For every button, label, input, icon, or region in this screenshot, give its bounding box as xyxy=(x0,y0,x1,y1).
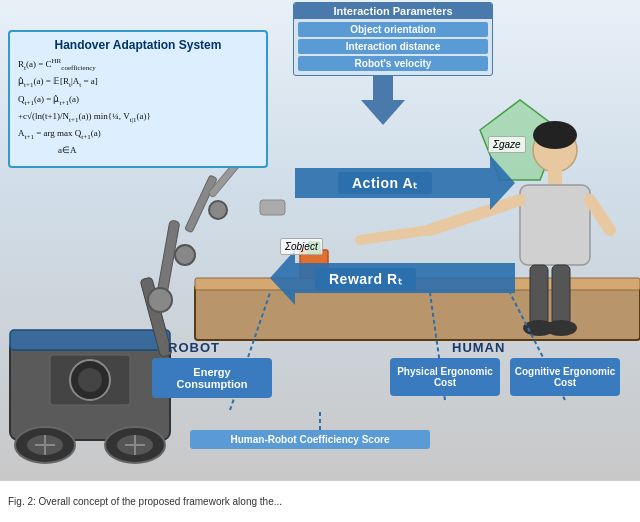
physical-ergonomic-box: Physical Ergonomic Cost xyxy=(390,358,500,396)
action-label: Action Aₜ xyxy=(338,172,432,194)
robot-label: ROBOT xyxy=(168,340,220,355)
formula-2: μ̂t+1(a) = 𝔼[Rt|At = a] xyxy=(18,75,258,90)
interaction-param-object-orientation: Object orientation xyxy=(298,22,488,37)
formula-1: Rt(a) = CHRcoefficiency xyxy=(18,56,258,73)
coefficiency-score-box: Human-Robot Coefficiency Score xyxy=(190,430,430,449)
reward-label: Reward Rₜ xyxy=(315,268,416,290)
caption-text: Fig. 2: Overall concept of the proposed … xyxy=(8,496,282,507)
interaction-params-title: Interaction Parameters xyxy=(294,3,492,19)
handover-title: Handover Adaptation System xyxy=(18,38,258,52)
human-label: HUMAN xyxy=(452,340,505,355)
handover-box: Handover Adaptation System Rt(a) = CHRco… xyxy=(8,30,268,168)
formula-3: Qt+1(a) = μ̂t+1(a) xyxy=(18,93,258,108)
interaction-param-distance: Interaction distance xyxy=(298,39,488,54)
formula-5: At+1 = arg max Qt+1(a) xyxy=(18,127,258,142)
formula-4: +c√(ln(t+1)/Nt+1(a)) min{¼, Vt|1(a)} xyxy=(18,110,258,125)
cognitive-ergonomic-box: Cognitive Ergonomic Cost xyxy=(510,358,620,396)
interaction-param-velocity: Robot's velocity xyxy=(298,56,488,71)
interaction-params-box: Interaction Parameters Object orientatio… xyxy=(293,2,493,76)
caption-area: Fig. 2: Overall concept of the proposed … xyxy=(0,480,640,522)
handover-formulas: Rt(a) = CHRcoefficiency μ̂t+1(a) = 𝔼[Rt|… xyxy=(18,56,258,158)
diagram-container: Interaction Parameters Object orientatio… xyxy=(0,0,640,480)
sigma-object-label: Σobject xyxy=(280,238,323,255)
energy-consumption-box: Energy Consumption xyxy=(152,358,272,398)
sigma-gaze-label: Σgaze xyxy=(488,136,526,153)
formula-6: a∈A xyxy=(18,144,258,158)
